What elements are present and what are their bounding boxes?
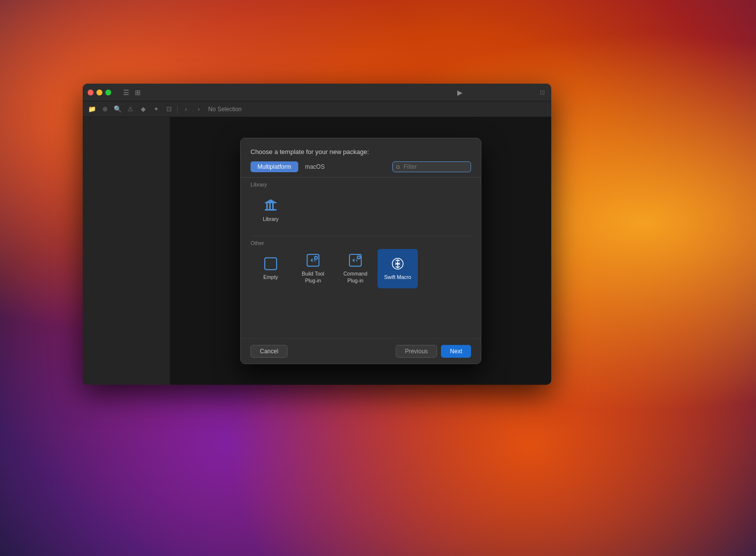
modal-overlay: Choose a template for your new package: … xyxy=(170,117,551,385)
library-section-label: Library xyxy=(251,182,471,187)
filter-input-wrap: ⊙ xyxy=(392,161,471,172)
run-button[interactable]: ▶ xyxy=(457,89,463,96)
modal-tab-bar: Multiplatform macOS ⊙ xyxy=(241,161,481,172)
empty-icon xyxy=(263,256,278,271)
close-button[interactable] xyxy=(88,90,94,95)
source-control-icon[interactable]: ⊕ xyxy=(99,104,110,115)
other-section: Other Empty xyxy=(241,236,481,294)
command-plugin-icon xyxy=(348,253,363,268)
svg-rect-3 xyxy=(272,203,274,209)
run-destination-icon[interactable]: ⊡ xyxy=(163,104,174,115)
sidebar xyxy=(83,117,170,385)
modal-header: Choose a template for your new package: xyxy=(241,138,481,161)
template-empty[interactable]: Empty xyxy=(251,249,291,288)
build-tool-plugin-icon xyxy=(306,253,320,268)
empty-space xyxy=(241,294,481,339)
main-content: Choose a template for your new package: … xyxy=(83,117,551,385)
breakpoint-icon[interactable]: ◆ xyxy=(138,104,149,115)
warning-icon[interactable]: ⚠ xyxy=(125,104,136,115)
forward-icon[interactable]: › xyxy=(193,104,204,115)
footer-right-buttons: Previous Next xyxy=(396,345,471,358)
cancel-button[interactable]: Cancel xyxy=(251,345,287,358)
modal-footer: Cancel Previous Next xyxy=(241,339,481,364)
split-view-icon[interactable]: ⊡ xyxy=(537,88,547,97)
svg-rect-7 xyxy=(307,254,319,266)
editor-area: Choose a template for your new package: … xyxy=(170,117,551,385)
window-controls-right: ⊡ xyxy=(537,88,547,97)
minimize-button[interactable] xyxy=(96,90,102,95)
tab-macos[interactable]: macOS xyxy=(298,161,332,172)
empty-label: Empty xyxy=(263,274,278,281)
library-template-grid: Library xyxy=(251,190,471,234)
modal-title: Choose a template for your new package: xyxy=(251,148,471,155)
template-command-plugin[interactable]: Command Plug-in xyxy=(335,249,376,288)
no-selection-label: No Selection xyxy=(208,106,242,113)
template-chooser-dialog: Choose a template for your new package: … xyxy=(240,138,481,364)
maximize-button[interactable] xyxy=(105,90,111,95)
folder-icon[interactable]: 📁 xyxy=(87,104,97,115)
svg-rect-1 xyxy=(266,203,268,209)
filter-search-icon: ⊙ xyxy=(396,164,400,170)
template-build-tool-plugin[interactable]: Build Tool Plug-in xyxy=(293,249,333,288)
template-swift-macro[interactable]: Swift Macro xyxy=(378,249,418,288)
library-section: Library xyxy=(241,178,481,236)
previous-button[interactable]: Previous xyxy=(396,345,438,358)
file-icon[interactable]: ⊞ xyxy=(133,88,143,97)
filter-input[interactable] xyxy=(392,161,471,172)
traffic-lights xyxy=(88,90,111,95)
other-section-label: Other xyxy=(251,240,471,246)
other-template-grid: Empty xyxy=(251,249,471,292)
command-plugin-label: Command Plug-in xyxy=(338,271,373,284)
swift-macro-label: Swift Macro xyxy=(384,274,411,281)
toolbar-icons-left: ☰ ⊞ xyxy=(121,88,143,97)
svg-rect-0 xyxy=(265,209,277,211)
search-icon[interactable]: 🔍 xyxy=(112,104,123,115)
library-icon xyxy=(263,197,279,213)
xcode-window: ☰ ⊞ ▶ ⊡ 📁 ⊕ 🔍 ⚠ ◆ ✦ ⊡ ‹ › No Selection xyxy=(83,84,551,385)
tab-multiplatform[interactable]: Multiplatform xyxy=(251,161,298,172)
svg-point-12 xyxy=(397,263,399,265)
library-label: Library xyxy=(263,216,279,223)
svg-rect-2 xyxy=(269,203,271,209)
svg-rect-5 xyxy=(265,202,277,203)
separator xyxy=(177,105,178,113)
template-library[interactable]: Library xyxy=(251,190,291,230)
back-icon[interactable]: ‹ xyxy=(181,104,191,115)
titlebar: ☰ ⊞ ▶ ⊡ xyxy=(83,84,551,101)
svg-marker-4 xyxy=(265,199,277,203)
secondary-toolbar: 📁 ⊕ 🔍 ⚠ ◆ ✦ ⊡ ‹ › No Selection xyxy=(83,101,551,117)
build-tool-plugin-label: Build Tool Plug-in xyxy=(296,271,330,284)
next-button[interactable]: Next xyxy=(441,345,471,358)
test-icon[interactable]: ✦ xyxy=(151,104,161,115)
swift-macro-icon xyxy=(390,256,405,271)
sidebar-toggle-icon[interactable]: ☰ xyxy=(121,88,131,97)
svg-rect-6 xyxy=(265,258,277,270)
